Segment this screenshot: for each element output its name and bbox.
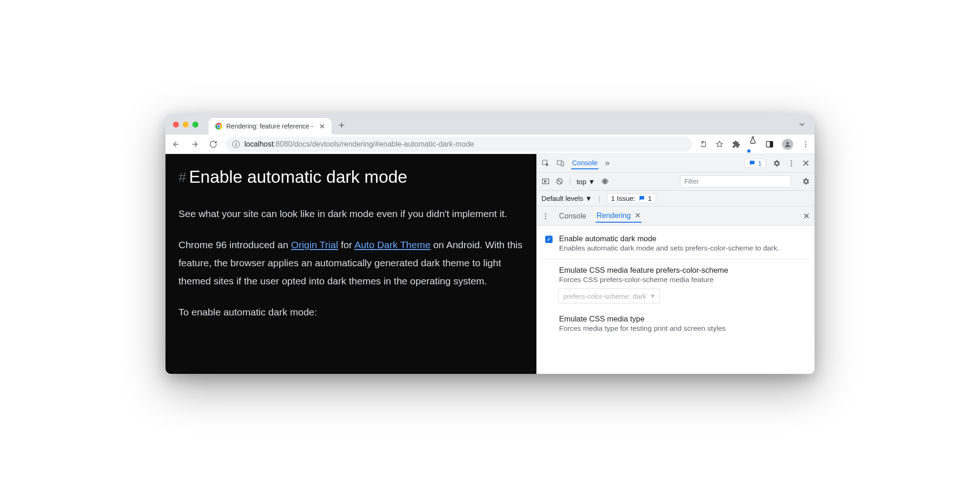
toolbar: i localhost:8080/docs/devtools/rendering…	[165, 135, 815, 154]
svg-point-5	[786, 141, 789, 144]
devtools-tab-console[interactable]: Console	[571, 157, 598, 169]
zoom-window-button[interactable]	[192, 122, 198, 128]
prefers-color-scheme-select[interactable]: prefers-color-scheme: dark▾	[558, 289, 660, 303]
live-expression-icon[interactable]	[601, 177, 609, 186]
url-text: localhost:8080/docs/devtools/rendering/#…	[244, 140, 474, 148]
tabs-dropdown-icon[interactable]	[798, 120, 806, 128]
devtools-drawer-tabs: Console Rendering ✕ ✕	[537, 206, 815, 226]
console-levels-bar: Default levels ▼ | 1 Issue: 1	[537, 191, 815, 206]
svg-point-6	[805, 141, 807, 142]
tab-strip: Rendering: feature reference - ✕ +	[165, 114, 815, 135]
origin-trial-link[interactable]: Origin Trial	[291, 239, 338, 250]
share-icon[interactable]	[699, 140, 707, 148]
option-description: Forces CSS prefers-color-scheme media fe…	[559, 276, 728, 284]
drawer-close-icon[interactable]: ✕	[803, 211, 810, 221]
more-tabs-icon[interactable]: »	[605, 158, 610, 168]
site-info-icon[interactable]: i	[232, 141, 240, 148]
drawer-menu-icon[interactable]	[541, 212, 550, 220]
console-settings-icon[interactable]	[802, 177, 810, 186]
option-title: Emulate CSS media type	[559, 315, 725, 323]
option-title: Enable automatic dark mode	[559, 234, 779, 243]
devtools-menu-icon[interactable]	[787, 159, 795, 167]
close-tab-icon[interactable]: ✕	[319, 122, 325, 131]
minimize-window-button[interactable]	[183, 122, 189, 128]
svg-point-13	[791, 162, 792, 164]
anchor-hash-icon[interactable]: #	[178, 164, 186, 190]
profile-avatar-icon[interactable]	[782, 139, 793, 150]
svg-point-8	[805, 146, 807, 147]
window-controls	[173, 122, 198, 128]
devtools-close-icon[interactable]: ✕	[802, 158, 810, 169]
bookmark-star-icon[interactable]	[715, 140, 724, 148]
toolbar-right	[699, 136, 810, 153]
inspect-element-icon[interactable]	[541, 159, 550, 167]
rendering-option-media-type: Emulate CSS media type Forces media type…	[537, 303, 815, 339]
tab-title: Rendering: feature reference -	[226, 122, 313, 130]
new-tab-button[interactable]: +	[339, 119, 345, 131]
devtools-main-tabs: Console » 1 ✕	[537, 154, 815, 173]
page-paragraph-3: To enable automatic dark mode:	[178, 303, 523, 321]
svg-point-20	[545, 218, 547, 219]
content-area: #Enable automatic dark mode See what you…	[165, 154, 815, 374]
side-panel-icon[interactable]	[765, 140, 774, 148]
page-paragraph-1: See what your site can look like in dark…	[178, 205, 523, 223]
auto-dark-theme-link[interactable]: Auto Dark Theme	[354, 239, 430, 250]
forward-button[interactable]	[189, 140, 201, 148]
menu-kebab-icon[interactable]	[802, 140, 810, 148]
page-paragraph-2: Chrome 96 introduced an Origin Trial for…	[178, 236, 523, 290]
issues-pill[interactable]: 1	[745, 159, 766, 168]
web-page: #Enable automatic dark mode See what you…	[165, 154, 536, 374]
browser-tab[interactable]: Rendering: feature reference - ✕	[209, 118, 331, 135]
svg-point-14	[791, 165, 792, 166]
issues-link[interactable]: 1 Issue: 1	[607, 193, 656, 203]
svg-point-18	[545, 213, 547, 214]
address-bar[interactable]: i localhost:8080/docs/devtools/rendering…	[226, 137, 692, 152]
console-toolbar: | top ▼ Filter	[537, 173, 815, 191]
close-rendering-tab-icon[interactable]: ✕	[635, 212, 641, 219]
drawer-tab-rendering[interactable]: Rendering ✕	[596, 209, 642, 223]
chrome-favicon-icon	[215, 122, 223, 130]
clear-console-icon[interactable]	[555, 177, 564, 186]
svg-rect-4	[770, 141, 773, 147]
svg-rect-11	[561, 162, 564, 166]
drawer-tab-console[interactable]: Console	[558, 210, 587, 222]
devtools-settings-icon[interactable]	[772, 159, 781, 167]
svg-point-7	[805, 143, 807, 145]
close-window-button[interactable]	[173, 122, 179, 128]
option-description: Enables automatic dark mode and sets pre…	[559, 244, 779, 252]
context-selector[interactable]: top ▼	[577, 178, 595, 186]
option-description: Forces media type for testing print and …	[559, 324, 725, 333]
console-execute-icon[interactable]	[541, 177, 550, 186]
devtools-panel: Console » 1 ✕ | top ▼	[536, 154, 815, 374]
svg-point-17	[604, 180, 606, 183]
device-toolbar-icon[interactable]	[556, 159, 565, 167]
svg-point-12	[791, 160, 792, 161]
browser-window: Rendering: feature reference - ✕ + i loc…	[165, 114, 815, 374]
svg-point-19	[545, 215, 547, 217]
page-heading: #Enable automatic dark mode	[178, 161, 523, 193]
reload-button[interactable]	[207, 140, 219, 148]
back-button[interactable]	[170, 140, 182, 148]
auto-dark-checkbox[interactable]: ✓	[545, 236, 553, 243]
option-title: Emulate CSS media feature prefers-color-…	[559, 266, 728, 275]
extensions-icon[interactable]	[732, 140, 740, 148]
rendering-option-auto-dark: ✓ Enable automatic dark mode Enables aut…	[537, 228, 815, 259]
labs-icon[interactable]	[749, 136, 757, 153]
log-levels-selector[interactable]: Default levels ▼	[541, 194, 592, 202]
svg-point-2	[217, 125, 220, 128]
rendering-panel: ✓ Enable automatic dark mode Enables aut…	[537, 226, 815, 374]
rendering-option-prefers-scheme: Emulate CSS media feature prefers-color-…	[537, 259, 815, 286]
console-filter-input[interactable]: Filter	[680, 175, 791, 187]
